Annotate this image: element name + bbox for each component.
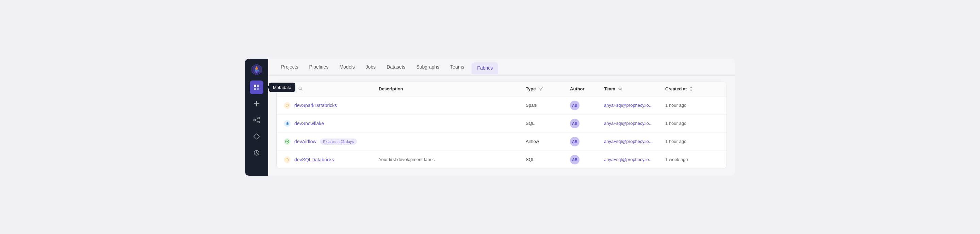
fabric-name-0[interactable]: ⬡ devSparkDatabricks: [283, 102, 379, 109]
col-description-label: Description: [379, 86, 403, 91]
tab-teams[interactable]: Teams: [445, 59, 469, 76]
tab-subgraphs[interactable]: Subgraphs: [411, 59, 444, 76]
svg-text:❄: ❄: [285, 121, 289, 126]
col-author-label: Author: [570, 86, 585, 91]
cell-team-0[interactable]: anya+sql@prophecy.io...: [604, 103, 665, 108]
col-team-label: Team: [604, 86, 615, 91]
table-header: Name Description Type: [277, 82, 727, 96]
col-type-label: Type: [526, 86, 536, 91]
fabric-name-2[interactable]: devAirflow Expires in 21 days: [283, 138, 379, 145]
sort-icon[interactable]: ▲ ▼: [690, 86, 693, 92]
cell-type-3: SQL: [526, 157, 570, 162]
type-filter-icon[interactable]: [538, 86, 543, 91]
cell-team-1[interactable]: anya+sql@prophecy.io...: [604, 121, 665, 126]
svg-rect-10: [257, 88, 259, 90]
table-row: ⬡ devSQLDatabricks Your first developmen…: [277, 151, 727, 168]
cell-author-0: AB: [570, 101, 604, 110]
team-text-0: anya+sql@prophecy.io...: [604, 103, 653, 108]
history-icon: [253, 149, 260, 156]
sidebar: Metadata: [245, 59, 268, 176]
fabrics-table: Name Description Type: [276, 81, 727, 169]
svg-line-21: [301, 90, 302, 90]
team-search-icon[interactable]: [618, 86, 623, 91]
cell-created-3: 1 week ago: [665, 157, 720, 162]
cell-created-1: 1 hour ago: [665, 121, 720, 126]
add-icon: [253, 100, 260, 107]
svg-text:⬡: ⬡: [285, 103, 289, 107]
airflow-icon-2: [283, 138, 291, 145]
cell-type-1: SQL: [526, 121, 570, 126]
cell-author-2: AB: [570, 137, 604, 146]
graph-nav-button[interactable]: [250, 113, 263, 127]
avatar-1: AB: [570, 119, 579, 128]
created-text-2: 1 hour ago: [665, 139, 686, 144]
created-text-3: 1 week ago: [665, 157, 688, 162]
cell-type-2: Airflow: [526, 139, 570, 144]
nav-tabs: Projects Pipelines Models Jobs Datasets …: [268, 59, 735, 76]
team-text-3: anya+sql@prophecy.io...: [604, 157, 653, 162]
type-text-1: SQL: [526, 121, 535, 126]
table-row: ❄ devSnowflake SQL AB anya+sql@prophec: [277, 115, 727, 133]
diamond-nav-button[interactable]: [250, 130, 263, 143]
expires-badge-2: Expires in 21 days: [320, 138, 357, 144]
fabric-name-text-1: devSnowflake: [294, 121, 324, 126]
fabric-name-text-0: devSparkDatabricks: [294, 103, 337, 108]
tab-fabrics[interactable]: Fabrics: [472, 63, 498, 74]
col-created-at-label: Created at: [665, 86, 687, 91]
cell-team-2[interactable]: anya+sql@prophecy.io...: [604, 139, 665, 144]
cell-description-3: Your first development fabric: [379, 157, 526, 162]
tab-models[interactable]: Models: [334, 59, 360, 76]
logo-button[interactable]: [250, 63, 263, 76]
tab-jobs[interactable]: Jobs: [361, 59, 381, 76]
fabric-name-text-3: devSQLDatabricks: [294, 157, 334, 162]
svg-point-15: [258, 121, 259, 123]
svg-point-13: [254, 119, 256, 121]
fabric-name-3[interactable]: ⬡ devSQLDatabricks: [283, 156, 379, 163]
metadata-tooltip: Metadata: [269, 83, 295, 92]
svg-point-31: [286, 141, 288, 142]
fabric-name-1[interactable]: ❄ devSnowflake: [283, 120, 379, 127]
logo-icon: [250, 63, 263, 76]
col-name: Name: [283, 86, 379, 91]
spark-icon-3: ⬡: [283, 156, 291, 163]
svg-line-24: [621, 90, 622, 90]
tab-datasets[interactable]: Datasets: [382, 59, 410, 76]
svg-point-14: [258, 117, 259, 119]
avatar-0: AB: [570, 101, 579, 110]
content-area: Name Description Type: [268, 76, 735, 176]
col-team: Team: [604, 86, 665, 91]
history-nav-button[interactable]: [250, 146, 263, 160]
tab-projects[interactable]: Projects: [276, 59, 303, 76]
team-text-1: anya+sql@prophecy.io...: [604, 121, 653, 126]
created-text-0: 1 hour ago: [665, 103, 686, 108]
type-text-0: Spark: [526, 103, 537, 108]
main-content: Projects Pipelines Models Jobs Datasets …: [268, 59, 735, 176]
created-text-1: 1 hour ago: [665, 121, 686, 126]
add-nav-button[interactable]: [250, 97, 263, 111]
description-text-3: Your first development fabric: [379, 157, 434, 162]
svg-rect-9: [254, 88, 256, 90]
cell-created-0: 1 hour ago: [665, 103, 720, 108]
tab-pipelines[interactable]: Pipelines: [305, 59, 334, 76]
col-description: Description: [379, 86, 526, 91]
table-row: ⬡ devSparkDatabricks Spark AB anya+sql: [277, 96, 727, 115]
diamond-icon: [253, 133, 260, 140]
fabric-name-text-2: devAirflow: [294, 139, 317, 144]
metadata-nav-button[interactable]: Metadata: [250, 80, 263, 94]
col-author: Author: [570, 86, 604, 91]
svg-rect-7: [254, 85, 256, 87]
graph-icon: [253, 117, 260, 123]
table-row: devAirflow Expires in 21 days Airflow AB…: [277, 133, 727, 151]
svg-line-17: [255, 120, 258, 122]
snowflake-icon-1: ❄: [283, 120, 291, 127]
svg-rect-8: [257, 85, 259, 87]
cell-team-3[interactable]: anya+sql@prophecy.io...: [604, 157, 665, 162]
name-search-icon[interactable]: [298, 86, 303, 91]
svg-marker-18: [254, 134, 259, 139]
svg-line-16: [255, 119, 258, 120]
type-text-2: Airflow: [526, 139, 539, 144]
cell-author-3: AB: [570, 155, 604, 164]
spark-icon-0: ⬡: [283, 102, 291, 109]
metadata-icon: [253, 84, 260, 91]
svg-text:⬡: ⬡: [285, 158, 289, 162]
